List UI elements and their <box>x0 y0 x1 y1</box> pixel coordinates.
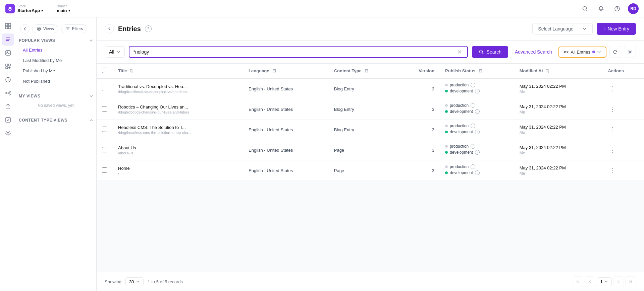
status-info-icon[interactable]: i <box>475 150 480 155</box>
search-button[interactable]: Search <box>472 46 508 58</box>
modified-at-column-header[interactable]: Modified At ⇅ <box>514 64 603 78</box>
status-row-production: production i <box>445 103 509 108</box>
status-info-icon[interactable]: i <box>471 103 475 108</box>
sidebar-item-all-entries[interactable]: All Entries <box>19 45 94 55</box>
entry-version: 3 <box>432 127 434 132</box>
entry-title[interactable]: Home <box>118 166 238 171</box>
search-type-select[interactable]: All <box>105 46 125 58</box>
entry-version: 3 <box>432 107 434 112</box>
row-checkbox-cell <box>97 120 113 140</box>
stack-name[interactable]: StarterApp ▾ <box>17 8 43 13</box>
svg-rect-6 <box>8 26 11 29</box>
popular-views-header[interactable]: Popular Views <box>16 36 96 45</box>
clear-search-button[interactable] <box>456 48 463 56</box>
popular-views-chevron <box>89 38 94 43</box>
svg-point-15 <box>9 94 10 95</box>
help-icon[interactable]: ? <box>612 3 623 14</box>
records-info: 1 to 5 of 5 records <box>148 279 183 284</box>
status-info-icon[interactable]: i <box>475 130 480 134</box>
select-all-header <box>97 64 113 78</box>
entry-title[interactable]: Traditional vs. Decoupled vs. Hea... <box>118 84 238 89</box>
row-language-cell: English - United States <box>243 160 329 181</box>
page-number-select[interactable]: 1 <box>597 277 612 286</box>
sidebar-item-published-by-me[interactable]: Published by Me <box>19 66 94 76</box>
row-checkbox[interactable] <box>102 167 107 173</box>
avatar[interactable]: RD <box>628 3 639 14</box>
next-page-button[interactable] <box>613 276 624 287</box>
nav-settings-icon[interactable] <box>2 127 14 139</box>
nav-releases-icon[interactable] <box>2 74 14 86</box>
row-checkbox[interactable] <box>102 86 107 91</box>
all-entries-filter-button[interactable]: All Entries <box>558 47 606 58</box>
status-row-development: development i <box>445 109 509 114</box>
nav-workflows-icon[interactable] <box>2 87 14 99</box>
status-info-icon[interactable]: i <box>471 164 475 169</box>
new-entry-button[interactable]: + New Entry <box>597 23 636 35</box>
select-language-dropdown[interactable]: Select Language <box>532 23 593 34</box>
refresh-button[interactable] <box>609 46 621 58</box>
search-input[interactable] <box>133 47 456 57</box>
status-info-icon[interactable]: i <box>475 89 480 93</box>
row-actions-cell: ⋮ <box>602 160 644 181</box>
nav-dashboard-icon[interactable] <box>2 20 14 32</box>
status-info-icon[interactable]: i <box>471 83 475 87</box>
select-all-checkbox[interactable] <box>102 68 107 73</box>
nav-assets-icon[interactable] <box>2 47 14 59</box>
row-checkbox[interactable] <box>102 106 107 112</box>
entries-back-button[interactable] <box>105 24 114 33</box>
row-more-button[interactable]: ⋮ <box>608 84 617 93</box>
content-type-views-header[interactable]: Content Type Views <box>16 116 96 125</box>
row-more-button[interactable]: ⋮ <box>608 125 617 134</box>
sidebar-item-not-published[interactable]: Not Published <box>19 76 94 86</box>
title-column-header[interactable]: Title ⇅ <box>113 64 243 78</box>
nav-checklist-icon[interactable] <box>2 114 14 126</box>
notification-icon[interactable] <box>596 3 606 14</box>
status-info-icon[interactable]: i <box>471 124 475 128</box>
content-type-chevron <box>89 118 94 123</box>
sidebar-item-last-modified[interactable]: Last Modified by Me <box>19 56 94 65</box>
status-info-icon[interactable]: i <box>475 109 480 114</box>
status-info-icon[interactable]: i <box>475 170 480 175</box>
sidebar-back-button[interactable] <box>20 24 30 33</box>
status-row-production: production i <box>445 124 509 128</box>
nav-content-model-icon[interactable] <box>2 60 14 72</box>
column-settings-button[interactable] <box>624 46 636 58</box>
views-button[interactable]: Views <box>32 24 58 33</box>
table-header-row: Title ⇅ Language ⊟ Content Type ⊟ Vers <box>97 64 644 78</box>
status-label: development <box>450 89 473 93</box>
filters-button[interactable]: Filters <box>61 24 88 33</box>
status-info-icon[interactable]: i <box>471 144 475 149</box>
entry-title[interactable]: About Us <box>118 145 238 150</box>
my-views-header[interactable]: My Views <box>16 92 96 100</box>
row-checkbox[interactable] <box>102 147 107 152</box>
entry-version: 3 <box>432 168 434 173</box>
nav-entries-icon[interactable] <box>2 33 14 46</box>
entry-title[interactable]: Robotics – Changing Our Lives an... <box>118 104 238 110</box>
content-type-filter-icon[interactable]: ⊟ <box>365 68 368 73</box>
row-more-button[interactable]: ⋮ <box>608 145 617 155</box>
actions-column-header: Actions <box>602 64 644 78</box>
language-filter-icon[interactable]: ⊟ <box>272 68 276 73</box>
row-more-button[interactable]: ⋮ <box>608 104 617 114</box>
svg-rect-3 <box>5 23 8 26</box>
last-page-button[interactable] <box>625 276 636 287</box>
entry-title[interactable]: Headless CMS: The Solution to T... <box>118 125 238 130</box>
advanced-search-button[interactable]: Advanced Search <box>512 47 555 57</box>
branch-name[interactable]: main ▾ <box>57 8 70 13</box>
stack-info: Stack StarterApp ▾ <box>17 4 43 13</box>
svg-point-18 <box>37 27 41 30</box>
search-icon[interactable] <box>580 3 590 14</box>
entries-help-icon[interactable]: ? <box>145 25 152 32</box>
svg-rect-5 <box>5 26 8 29</box>
branch-info: Branch main ▾ <box>51 4 70 13</box>
publish-status-filter-icon[interactable]: ⊟ <box>479 68 482 73</box>
status-dot-production <box>445 145 448 148</box>
first-page-button[interactable] <box>573 276 583 287</box>
row-checkbox[interactable] <box>102 127 107 132</box>
row-more-button[interactable]: ⋮ <box>608 166 617 175</box>
per-page-select[interactable]: 30 <box>125 277 144 286</box>
entry-content-type: Blog Entry <box>334 127 354 132</box>
nav-publish-icon[interactable] <box>2 100 14 113</box>
prev-page-button[interactable] <box>585 276 595 287</box>
row-checkbox-cell <box>97 140 113 160</box>
